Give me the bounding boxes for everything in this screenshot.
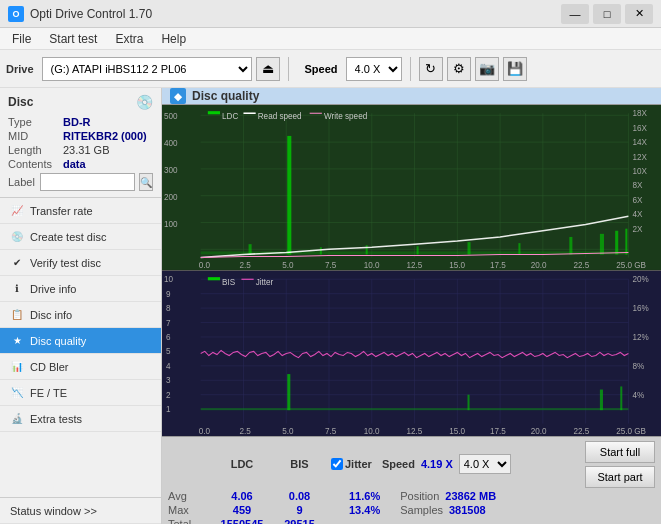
drive-label: Drive (6, 63, 34, 75)
nav-create-test-disc[interactable]: 💿 Create test disc (0, 224, 161, 250)
maximize-button[interactable]: □ (593, 4, 621, 24)
verify-test-disc-icon: ✔ (10, 256, 24, 270)
svg-rect-22 (417, 246, 419, 254)
svg-rect-85 (620, 386, 622, 410)
speed-label: Speed (305, 63, 338, 75)
svg-rect-27 (615, 231, 618, 255)
menu-extra[interactable]: Extra (107, 30, 151, 48)
toolbar-separator2 (410, 57, 411, 81)
svg-text:1: 1 (166, 405, 171, 414)
svg-text:5: 5 (166, 347, 171, 356)
svg-rect-86 (208, 277, 220, 280)
disc-quality-title: Disc quality (192, 89, 259, 103)
nav-section: 📈 Transfer rate 💿 Create test disc ✔ Ver… (0, 198, 161, 497)
menu-start-test[interactable]: Start test (41, 30, 105, 48)
svg-text:4: 4 (166, 362, 171, 371)
nav-disc-info[interactable]: 📋 Disc info (0, 302, 161, 328)
stats-position-value: 23862 MB (445, 490, 496, 502)
disc-contents-label: Contents (8, 158, 63, 170)
svg-text:3: 3 (166, 376, 171, 385)
toolbar: Drive (G:) ATAPI iHBS112 2 PL06 ⏏ Speed … (0, 50, 661, 88)
disc-section: Disc 💿 Type BD-R MID RITEKBR2 (000) Leng… (0, 88, 161, 198)
stats-total-row: Total 1550545 29515 (168, 518, 655, 524)
disc-quality-icon: ★ (10, 334, 24, 348)
disc-label-button[interactable]: 🔍 (139, 173, 153, 191)
status-window-button[interactable]: Status window >> (0, 498, 161, 524)
main-area: Disc 💿 Type BD-R MID RITEKBR2 (000) Leng… (0, 88, 661, 524)
settings-button[interactable]: ⚙ (447, 57, 471, 81)
refresh-button[interactable]: ↻ (419, 57, 443, 81)
svg-text:10: 10 (164, 275, 173, 284)
stats-max-bis: 9 (272, 504, 327, 516)
svg-text:22.5: 22.5 (573, 261, 589, 270)
stats-speed-label: Speed (382, 458, 415, 470)
nav-cd-bler[interactable]: 📊 CD Bler (0, 354, 161, 380)
stats-ldc-header: LDC (212, 458, 272, 470)
nav-fe-te-label: FE / TE (30, 387, 67, 399)
svg-text:200: 200 (164, 193, 178, 202)
disc-mid-label: MID (8, 130, 63, 142)
sidebar: Disc 💿 Type BD-R MID RITEKBR2 (000) Leng… (0, 88, 162, 524)
svg-rect-81 (201, 408, 629, 410)
start-full-button[interactable]: Start full (585, 441, 655, 463)
svg-rect-23 (468, 242, 471, 254)
stats-speed-dropdown[interactable]: 4.0 X (459, 454, 511, 474)
export-button[interactable]: 📷 (475, 57, 499, 81)
svg-text:5.0: 5.0 (282, 261, 294, 270)
svg-text:0.0: 0.0 (199, 261, 211, 270)
app-title: Opti Drive Control 1.70 (30, 7, 152, 21)
nav-verify-test-disc[interactable]: ✔ Verify test disc (0, 250, 161, 276)
svg-text:8%: 8% (632, 362, 644, 371)
status-window-label: Status window >> (10, 505, 97, 517)
charts-area: LDC Read speed Write speed 500 400 300 2… (162, 105, 661, 436)
svg-text:4X: 4X (632, 210, 642, 219)
nav-verify-test-disc-label: Verify test disc (30, 257, 101, 269)
stats-avg-jitter: 11.6% (349, 490, 380, 502)
svg-text:8: 8 (166, 304, 171, 313)
window-controls: — □ ✕ (561, 4, 653, 24)
disc-label-input[interactable] (40, 173, 135, 191)
close-button[interactable]: ✕ (625, 4, 653, 24)
svg-text:2.5: 2.5 (239, 427, 251, 436)
nav-transfer-rate[interactable]: 📈 Transfer rate (0, 198, 161, 224)
save-button[interactable]: 💾 (503, 57, 527, 81)
menu-file[interactable]: File (4, 30, 39, 48)
stats-header: LDC BIS Jitter Speed 4.19 X 4.0 X Start … (168, 441, 655, 488)
nav-fe-te[interactable]: 📉 FE / TE (0, 380, 161, 406)
minimize-button[interactable]: — (561, 4, 589, 24)
disc-eject-icon[interactable]: 💿 (136, 94, 153, 110)
eject-button[interactable]: ⏏ (256, 57, 280, 81)
nav-create-test-disc-label: Create test disc (30, 231, 106, 243)
nav-disc-quality[interactable]: ★ Disc quality (0, 328, 161, 354)
disc-length-value: 23.31 GB (63, 144, 109, 156)
svg-rect-24 (518, 243, 520, 254)
svg-text:20.0: 20.0 (531, 427, 547, 436)
svg-text:14X: 14X (632, 138, 647, 147)
disc-quality-header-icon: ◆ (170, 88, 186, 104)
extra-tests-icon: 🔬 (10, 412, 24, 426)
svg-text:LDC: LDC (222, 112, 238, 121)
jitter-checkbox[interactable] (331, 458, 343, 470)
speed-select[interactable]: 4.0 X (346, 57, 402, 81)
disc-label-row: Label 🔍 (8, 173, 153, 191)
svg-rect-19 (249, 244, 252, 254)
drive-select[interactable]: (G:) ATAPI iHBS112 2 PL06 (42, 57, 252, 81)
start-part-button[interactable]: Start part (585, 466, 655, 488)
disc-mid-row: MID RITEKBR2 (000) (8, 130, 153, 142)
nav-transfer-rate-label: Transfer rate (30, 205, 93, 217)
menu-help[interactable]: Help (153, 30, 194, 48)
svg-text:20.0: 20.0 (531, 261, 547, 270)
nav-extra-tests[interactable]: 🔬 Extra tests (0, 406, 161, 432)
content-area: ◆ Disc quality (162, 88, 661, 524)
title-bar: O Opti Drive Control 1.70 — □ ✕ (0, 0, 661, 28)
svg-text:2: 2 (166, 391, 171, 400)
svg-text:17.5: 17.5 (490, 427, 506, 436)
nav-drive-info[interactable]: ℹ Drive info (0, 276, 161, 302)
svg-text:16%: 16% (632, 304, 648, 313)
disc-label-key: Label (8, 176, 36, 188)
svg-rect-0 (162, 105, 661, 270)
nav-extra-tests-label: Extra tests (30, 413, 82, 425)
disc-length-row: Length 23.31 GB (8, 144, 153, 156)
stats-max-ldc: 459 (212, 504, 272, 516)
stats-position-label: Position (400, 490, 439, 502)
